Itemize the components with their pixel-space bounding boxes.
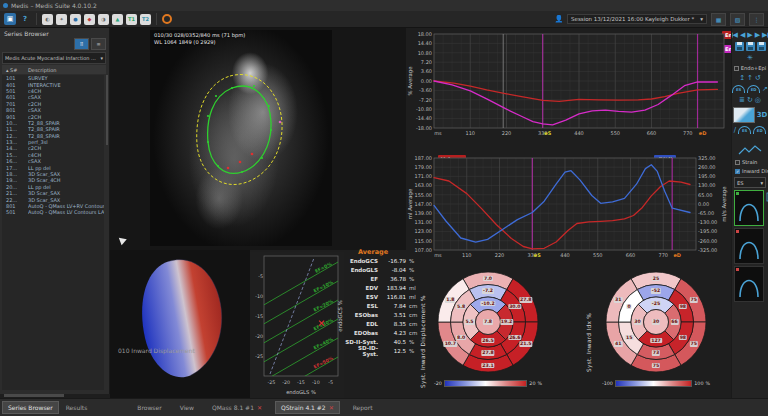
horizontal-scrollbar[interactable] [4, 394, 64, 397]
save-icon-1[interactable] [735, 42, 744, 51]
app-icon-1[interactable]: ◐ [42, 14, 53, 25]
series-row[interactable]: 22...3D Scar_SAX [2, 196, 104, 202]
overflow-menu-button[interactable]: ⋮ [749, 13, 764, 26]
settings-gear-icon[interactable]: ✳ [747, 54, 753, 62]
app-icon-2[interactable]: ✦ [56, 14, 67, 25]
patient-browser-icon[interactable]: ▣ [4, 13, 16, 25]
ed-phase-icon[interactable]: ED [753, 126, 766, 134]
es-contour-icon[interactable]: ES [732, 85, 745, 93]
shift-up-icon[interactable]: ↥ [739, 74, 745, 82]
series-thumbnail-3[interactable] [734, 266, 764, 302]
layout-button[interactable]: ▧ [730, 13, 745, 26]
play-button[interactable]: ▶ [747, 31, 752, 39]
series-row[interactable]: 21...3D Scar_SAX [2, 190, 104, 196]
study-dropdown[interactable]: Medis Acute Myocardial Infarction ... ▾ [2, 52, 106, 64]
propagate-icon[interactable]: ↗ [762, 85, 768, 93]
tab-label: Report [353, 404, 373, 411]
series-row[interactable]: 13...perf_3sl [2, 139, 104, 145]
t1-map-icon[interactable]: T1 [126, 14, 137, 25]
series-row[interactable]: 101SURVEY [2, 75, 104, 81]
tab-qmass-8-1-1[interactable]: QMass 8.1 #1✕ [207, 401, 267, 414]
last-frame-button[interactable]: ▶▶ [762, 31, 768, 39]
series-row[interactable]: 19...3D Scar_4CH [2, 177, 104, 183]
scale-max: 100 [694, 381, 703, 386]
right-tool-panel: ◀◀ ◀ ▶ ▶ ▶▶ ✳ Endo+Epi ↥ ↑ ↺ ES ED ↗ ≣ ↻ [731, 28, 768, 416]
series-row[interactable]: 12...T2_88_SPAIR [2, 133, 104, 139]
series-row[interactable]: 701c2CH [2, 101, 104, 107]
3d-toggle[interactable]: 3D [757, 111, 768, 119]
3d-heart-model [122, 252, 242, 382]
previous-frame-button[interactable]: ◀ [740, 31, 745, 39]
series-row[interactable]: 17...LL pp del [2, 164, 104, 170]
thumbnail-view-button[interactable]: ⠿ [74, 38, 89, 50]
average-row: EDL8.35cm [344, 319, 426, 328]
save-session-button[interactable]: ▦ [711, 13, 726, 26]
series-list[interactable]: 101SURVEY401INTERACTIVE501c4CH601cSAX701… [2, 75, 104, 390]
series-row[interactable]: 601cSAX [2, 94, 104, 100]
move-up-icon[interactable]: ↑ [747, 74, 753, 82]
series-thumbnail-1[interactable] [734, 190, 764, 226]
series-row[interactable]: 401INTERACTIVE [2, 81, 104, 87]
series-row[interactable]: 15...c4CH [2, 152, 104, 158]
3d-displacement-view[interactable]: 010 Inward Displacement [110, 250, 250, 398]
save-icon-2[interactable] [746, 42, 755, 51]
t2-map-icon[interactable]: T2 [140, 14, 151, 25]
list-view-button[interactable]: ≡ [91, 38, 106, 50]
mri-image[interactable] [150, 30, 332, 246]
undo-rotate-icon[interactable]: ↺ [755, 74, 761, 82]
cine-mri-viewport[interactable]: 010/30 028/0352/840 ms (71 bpm) WL 1064 … [110, 28, 406, 250]
phase-dropdown[interactable]: ES ▾ [734, 177, 766, 188]
series-table-header[interactable]: ▴ S# Description [2, 65, 106, 74]
save-icon-3[interactable] [757, 42, 766, 51]
map-preview-thumbnail[interactable] [733, 107, 755, 123]
bullseye-displacement[interactable]: 7.027.821.523.110.71.8-7.230.026.627.88.… [432, 268, 544, 394]
series-list-scrollbar[interactable] [106, 75, 108, 145]
series-row[interactable]: 501AutoQ - QMass LV Contours LAX ... [2, 209, 104, 215]
refresh-icon[interactable]: ↻ [747, 96, 753, 104]
frame-info: 010/30 028/0352/840 ms (71 bpm) [154, 32, 245, 39]
series-thumbnail-2[interactable] [734, 228, 764, 264]
first-frame-button[interactable]: ◀◀ [731, 31, 738, 39]
layers-icon[interactable]: ≣ [739, 96, 745, 104]
series-number: 11... [2, 126, 28, 132]
metric-label: ESV [344, 294, 378, 300]
app-icon-6[interactable]: ▲ [112, 14, 123, 25]
close-tab-icon[interactable]: ✕ [257, 404, 262, 411]
bullseye-idx[interactable]: 257575754131-52989873150-25661273030-100… [600, 268, 712, 394]
inward-displacement-checkbox[interactable]: ✓ [735, 169, 740, 174]
series-description: c2CH [28, 114, 104, 120]
app-icon-5[interactable]: ◑ [98, 14, 109, 25]
app-icon-3[interactable]: ● [70, 14, 81, 25]
tab-qstrain-4-1-2[interactable]: QStrain 4.1 #2✕ [275, 401, 340, 414]
series-row[interactable]: 501c4CH [2, 88, 104, 94]
series-row[interactable]: 901c2CH [2, 113, 104, 119]
series-row[interactable]: 16...cSAX [2, 158, 104, 164]
tab-series-browser[interactable]: Series Browser [2, 401, 59, 414]
average-row: SD-ID-Syst.12.5% [344, 346, 426, 355]
series-row[interactable]: 10...T2_88_SPAIR [2, 120, 104, 126]
strain-chart[interactable]: EndoGLS EndoGCS EndoGCS -16.354 300 18.0… [404, 28, 730, 150]
series-row[interactable]: 11...T2_88_SPAIR [2, 126, 104, 132]
tab-view[interactable]: View [175, 401, 199, 414]
session-selector[interactable]: Session 13/12/2021 16:00 Kayleigh Dukker… [567, 14, 707, 24]
tab-report[interactable]: Report [348, 401, 378, 414]
series-row[interactable]: 14...c2CH [2, 145, 104, 151]
volume-chart[interactable]: Volume dV/dt 187.00179.00171.00163.00155… [404, 150, 730, 268]
close-tab-icon[interactable]: ✕ [329, 404, 334, 411]
target-icon[interactable]: ◎ [755, 96, 761, 104]
endo-epi-checkbox[interactable] [734, 66, 739, 71]
draw-icon[interactable]: ∕ [734, 126, 736, 134]
ed-contour-icon[interactable]: ED [747, 85, 760, 93]
tab-results[interactable]: Results [61, 401, 93, 414]
series-row[interactable]: 801cSAX [2, 107, 104, 113]
series-row[interactable]: 801AutoQ - QMass LV+RV Contours [2, 203, 104, 209]
series-row[interactable]: 18...3D Scar_SAX [2, 171, 104, 177]
next-frame-button[interactable]: ▶ [755, 31, 760, 39]
help-icon[interactable]: ? [19, 13, 31, 25]
strain-checkbox[interactable] [735, 160, 740, 165]
series-row[interactable]: 20...LL pp del [2, 184, 104, 190]
tab-browser[interactable]: Browser [132, 401, 166, 414]
es-phase-icon[interactable]: ES [738, 126, 751, 134]
curve-icon[interactable] [738, 144, 762, 156]
app-icon-4[interactable]: ◆ [84, 14, 95, 25]
